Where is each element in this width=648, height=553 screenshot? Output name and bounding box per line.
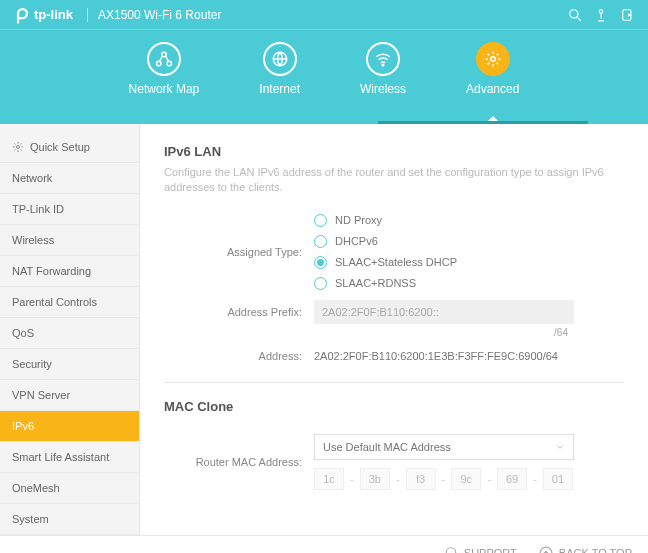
- nav-label: Wireless: [360, 82, 406, 96]
- svg-line-1: [577, 16, 581, 20]
- svg-point-9: [490, 57, 495, 62]
- sidebar-item-label: Security: [12, 358, 52, 370]
- chevron-down-icon: [555, 442, 565, 452]
- radio-slaac-stateless[interactable]: SLAAC+Stateless DHCP: [314, 256, 624, 269]
- sidebar-item-label: VPN Server: [12, 389, 70, 401]
- header-bar: tp-link AX1500 Wi-Fi 6 Router: [0, 0, 648, 30]
- mac-seg: 1c: [314, 468, 344, 490]
- sidebar-item-label: TP-Link ID: [12, 203, 64, 215]
- svg-point-13: [540, 547, 552, 553]
- router-mac-select[interactable]: Use Default MAC Address: [314, 434, 574, 460]
- sidebar-item-onemesh[interactable]: OneMesh: [0, 473, 139, 504]
- sidebar-item-vpn-server[interactable]: VPN Server: [0, 380, 139, 411]
- radio-label: SLAAC+RDNSS: [335, 277, 416, 289]
- sidebar-item-label: Network: [12, 172, 52, 184]
- nav-underline: [378, 121, 588, 124]
- sidebar-item-label: Smart Life Assistant: [12, 451, 109, 463]
- nav-label: Internet: [259, 82, 300, 96]
- address-prefix-label: Address Prefix:: [164, 306, 314, 318]
- content-area: IPv6 LAN Configure the LAN IPv6 address …: [140, 124, 648, 535]
- arrow-up-icon: [539, 546, 553, 554]
- mac-address-value: 1c- 3b- f3- 9c- 69- 01: [314, 468, 574, 490]
- back-to-top-button[interactable]: BACK TO TOP: [539, 546, 632, 554]
- svg-point-2: [599, 9, 603, 13]
- assigned-type-label: Assigned Type:: [164, 246, 314, 258]
- sidebar-item-label: IPv6: [12, 420, 34, 432]
- mac-seg: 69: [497, 468, 527, 490]
- footer-label: SUPPORT: [464, 547, 517, 554]
- radio-label: DHCPv6: [335, 235, 378, 247]
- mac-seg: 3b: [360, 468, 390, 490]
- sidebar-item-security[interactable]: Security: [0, 349, 139, 380]
- radio-nd-proxy[interactable]: ND Proxy: [314, 214, 624, 227]
- top-nav: Network Map Internet Wireless Advanced: [0, 30, 648, 124]
- radio-slaac-rdnss[interactable]: SLAAC+RDNSS: [314, 277, 624, 290]
- sidebar-item-network[interactable]: Network: [0, 163, 139, 194]
- mac-seg: 01: [543, 468, 573, 490]
- headset-icon: [444, 546, 458, 554]
- header-divider: [87, 8, 88, 22]
- footer-label: BACK TO TOP: [559, 547, 632, 554]
- svg-point-10: [17, 146, 20, 149]
- sidebar-item-label: Parental Controls: [12, 296, 97, 308]
- section-divider: [164, 382, 624, 383]
- svg-point-0: [570, 9, 578, 17]
- sidebar-item-wireless[interactable]: Wireless: [0, 225, 139, 256]
- ipv6-lan-title: IPv6 LAN: [164, 144, 624, 159]
- sidebar-item-label: Wireless: [12, 234, 54, 246]
- mac-clone-title: MAC Clone: [164, 399, 624, 414]
- led-icon[interactable]: [594, 8, 608, 22]
- sidebar-item-parental-controls[interactable]: Parental Controls: [0, 287, 139, 318]
- svg-point-8: [382, 64, 384, 66]
- search-icon[interactable]: [568, 8, 582, 22]
- model-text: AX1500 Wi-Fi 6 Router: [98, 8, 221, 22]
- sidebar-item-label: NAT Forwarding: [12, 265, 91, 277]
- nav-internet[interactable]: Internet: [259, 42, 300, 124]
- sidebar-item-tplink-id[interactable]: TP-Link ID: [0, 194, 139, 225]
- nav-label: Advanced: [466, 82, 519, 96]
- sidebar-item-label: OneMesh: [12, 482, 60, 494]
- address-prefix-suffix: /64: [554, 327, 568, 338]
- address-prefix-field: 2A02:2F0F:B110:6200::: [314, 300, 574, 324]
- sidebar-item-nat-forwarding[interactable]: NAT Forwarding: [0, 256, 139, 287]
- mac-seg: 9c: [451, 468, 481, 490]
- sidebar-item-smart-life[interactable]: Smart Life Assistant: [0, 442, 139, 473]
- gear-icon: [12, 141, 24, 153]
- sidebar-item-label: System: [12, 513, 49, 525]
- sidebar-item-system[interactable]: System: [0, 504, 139, 535]
- sidebar-item-label: Quick Setup: [30, 141, 90, 153]
- logout-icon[interactable]: [620, 8, 636, 22]
- sidebar-item-qos[interactable]: QoS: [0, 318, 139, 349]
- router-mac-label: Router MAC Address:: [164, 456, 314, 468]
- footer: SUPPORT BACK TO TOP: [0, 535, 648, 553]
- ipv6-lan-desc: Configure the LAN IPv6 address of the ro…: [164, 165, 624, 196]
- sidebar: Quick Setup Network TP-Link ID Wireless …: [0, 124, 140, 535]
- brand-text: tp-link: [34, 7, 73, 22]
- radio-label: SLAAC+Stateless DHCP: [335, 256, 457, 268]
- nav-network-map[interactable]: Network Map: [129, 42, 200, 124]
- svg-point-5: [156, 61, 161, 66]
- sidebar-item-ipv6[interactable]: IPv6: [0, 411, 139, 442]
- sidebar-item-label: QoS: [12, 327, 34, 339]
- nav-wireless[interactable]: Wireless: [360, 42, 406, 124]
- nav-advanced[interactable]: Advanced: [466, 42, 519, 124]
- svg-point-6: [167, 61, 172, 66]
- nav-label: Network Map: [129, 82, 200, 96]
- mac-seg: f3: [406, 468, 436, 490]
- sidebar-item-quick-setup[interactable]: Quick Setup: [0, 132, 139, 163]
- select-value: Use Default MAC Address: [323, 441, 451, 453]
- radio-label: ND Proxy: [335, 214, 382, 226]
- tp-link-logo-icon: [12, 6, 30, 24]
- address-label: Address:: [164, 350, 314, 362]
- support-button[interactable]: SUPPORT: [444, 546, 517, 554]
- radio-dhcpv6[interactable]: DHCPv6: [314, 235, 624, 248]
- address-value: 2A02:2F0F:B110:6200:1E3B:F3FF:FE9C:6900/…: [314, 350, 558, 362]
